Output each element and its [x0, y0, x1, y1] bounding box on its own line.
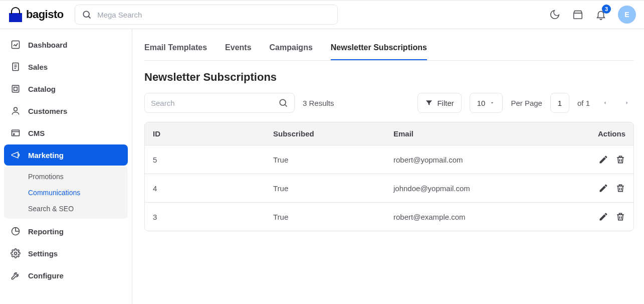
cell-subscribed: True: [273, 156, 393, 164]
cell-id: 4: [153, 184, 273, 193]
chevron-down-icon: [489, 100, 495, 106]
notifications[interactable]: 3: [595, 9, 607, 21]
grid-search[interactable]: [144, 93, 295, 113]
svg-line-13: [285, 105, 287, 107]
cell-email: robert@yopmail.com: [393, 156, 565, 164]
svg-line-1: [89, 17, 91, 19]
svg-point-9: [13, 133, 15, 135]
svg-point-11: [15, 252, 17, 255]
sidebar-item-label: Reporting: [28, 227, 64, 236]
notification-badge: 3: [602, 5, 611, 14]
search-icon: [81, 9, 92, 21]
cell-subscribed: True: [273, 184, 393, 193]
svg-rect-3: [12, 41, 20, 49]
sidebar-item-label: Dashboard: [28, 41, 67, 49]
header-actions: 3 E: [549, 6, 636, 24]
table-row: 3 True robert@example.com: [145, 202, 633, 231]
svg-point-7: [14, 107, 18, 111]
catalog-icon: [10, 83, 21, 94]
sidebar-item-sales[interactable]: Sales: [4, 56, 128, 77]
sidebar-item-configure[interactable]: Configure: [4, 265, 128, 286]
sidebar-sub-search-seo[interactable]: Search & SEO: [4, 201, 128, 217]
tab-newsletter-subscriptions[interactable]: Newsletter Subscriptions: [331, 38, 427, 60]
prev-page-button[interactable]: [598, 96, 612, 110]
col-actions: Actions: [565, 129, 625, 138]
sidebar-item-dashboard[interactable]: Dashboard: [4, 34, 128, 55]
marketing-submenu: Promotions Communications Search & SEO: [4, 167, 128, 219]
settings-icon: [10, 248, 21, 259]
delete-icon[interactable]: [615, 212, 625, 222]
tab-campaigns[interactable]: Campaigns: [270, 38, 313, 60]
main-content: Email Templates Events Campaigns Newslet…: [132, 29, 644, 304]
sidebar-item-label: Customers: [28, 107, 67, 115]
avatar[interactable]: E: [618, 6, 636, 24]
cell-email: robert@example.com: [393, 213, 565, 221]
page-title: Newsletter Subscriptions: [144, 71, 634, 84]
table-row: 4 True johndoe@yopmail.com: [145, 174, 633, 202]
col-subscribed[interactable]: Subscribed: [273, 129, 393, 138]
edit-icon[interactable]: [598, 155, 608, 165]
page-total: of 1: [577, 99, 590, 107]
svg-point-0: [83, 11, 89, 17]
next-page-button[interactable]: [620, 96, 634, 110]
col-id[interactable]: ID: [153, 129, 273, 138]
per-page-label: Per Page: [511, 99, 542, 107]
current-page[interactable]: 1: [550, 93, 569, 113]
page-size-value: 10: [477, 99, 486, 107]
sidebar-item-label: Catalog: [28, 85, 56, 93]
table-header: ID Subscribed Email Actions: [145, 122, 633, 145]
top-header: bagisto 3 E: [0, 0, 644, 29]
sidebar-item-settings[interactable]: Settings: [4, 243, 128, 264]
cell-id: 3: [153, 213, 273, 221]
sidebar-item-label: Sales: [28, 63, 48, 71]
sidebar-item-label: CMS: [28, 129, 45, 137]
cell-subscribed: True: [273, 213, 393, 221]
delete-icon[interactable]: [615, 183, 625, 193]
subscriptions-table: ID Subscribed Email Actions 5 True rober…: [144, 122, 634, 231]
dark-mode-icon[interactable]: [549, 9, 561, 21]
sidebar-item-marketing[interactable]: Marketing: [4, 144, 128, 166]
svg-rect-5: [12, 85, 19, 92]
sidebar-item-label: Settings: [28, 249, 58, 258]
svg-rect-8: [12, 130, 20, 136]
reporting-icon: [10, 226, 21, 237]
col-email[interactable]: Email: [393, 129, 565, 138]
table-row: 5 True robert@yopmail.com: [145, 145, 633, 174]
edit-icon[interactable]: [598, 212, 608, 222]
sidebar-item-reporting[interactable]: Reporting: [4, 221, 128, 242]
storefront-icon[interactable]: [572, 9, 584, 21]
filter-button[interactable]: Filter: [417, 93, 461, 113]
filter-icon: [425, 99, 433, 107]
tab-events[interactable]: Events: [225, 38, 251, 60]
mega-search[interactable]: [75, 5, 338, 25]
sidebar-item-customers[interactable]: Customers: [4, 100, 128, 121]
results-count: 3 Results: [303, 99, 334, 107]
sales-icon: [10, 61, 21, 72]
customers-icon: [10, 105, 21, 116]
brand-logo[interactable]: bagisto: [8, 7, 64, 22]
sidebar-item-label: Configure: [28, 271, 64, 280]
tab-email-templates[interactable]: Email Templates: [144, 38, 207, 60]
cell-id: 5: [153, 156, 273, 164]
page-size-select[interactable]: 10: [470, 93, 503, 113]
filter-label: Filter: [437, 99, 454, 107]
mega-search-input[interactable]: [97, 11, 331, 19]
search-icon[interactable]: [278, 98, 288, 108]
marketing-icon: [10, 149, 21, 161]
cms-icon: [10, 127, 21, 138]
svg-rect-6: [14, 87, 18, 91]
sidebar-item-label: Marketing: [28, 151, 64, 160]
dashboard-icon: [10, 39, 21, 50]
sidebar: Dashboard Sales Catalog Customers CMS: [0, 29, 132, 304]
sidebar-item-cms[interactable]: CMS: [4, 122, 128, 143]
sidebar-sub-promotions[interactable]: Promotions: [4, 169, 128, 185]
grid-search-input[interactable]: [151, 99, 273, 107]
bag-icon: [8, 7, 23, 22]
sidebar-sub-communications[interactable]: Communications: [4, 185, 128, 201]
grid-toolbar: 3 Results Filter 10 Per Page 1 of 1: [144, 93, 634, 113]
edit-icon[interactable]: [598, 183, 608, 193]
sidebar-item-catalog[interactable]: Catalog: [4, 78, 128, 99]
svg-rect-2: [574, 13, 582, 19]
delete-icon[interactable]: [615, 155, 625, 165]
cell-email: johndoe@yopmail.com: [393, 184, 565, 193]
